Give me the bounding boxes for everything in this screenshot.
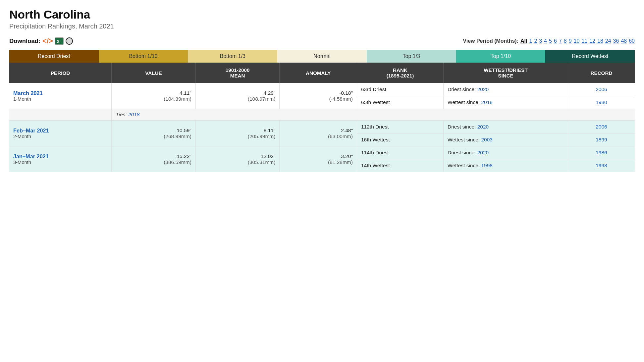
col-record: RECORD	[568, 63, 635, 83]
legend-bar: Record Driest Bottom 1/10 Bottom 1/3 Nor…	[9, 50, 635, 63]
anomaly-cell: 3.20"(81.28mm)	[280, 146, 357, 172]
table-row: March 2021 1-Month 4.11"(104.39mm) 4.29"…	[9, 83, 635, 96]
page-subtitle: Precipitation Rankings, March 2021	[9, 23, 635, 30]
col-value: VALUE	[112, 63, 196, 83]
view-period-label: View Period (Months):	[463, 38, 518, 44]
page-title: North Carolina	[9, 8, 635, 21]
record-driest-cell[interactable]: 2006	[568, 121, 635, 133]
period-link[interactable]: Feb–Mar 2021	[13, 128, 107, 134]
legend-record-driest: Record Driest	[9, 50, 99, 63]
record-wettest-cell[interactable]: 1998	[568, 159, 635, 172]
table-row: Feb–Mar 2021 2-Month 10.59"(268.99mm) 8.…	[9, 121, 635, 133]
ties-row: Ties: 2018	[9, 109, 635, 121]
since-wettest-year[interactable]: 2018	[481, 99, 493, 105]
legend-bottom-third: Bottom 1/3	[188, 50, 277, 63]
period-link[interactable]: Jan–Mar 2021	[13, 153, 107, 160]
view-period-4[interactable]: 4	[544, 38, 547, 44]
period-cell: Feb–Mar 2021 2-Month	[9, 121, 112, 146]
view-period-8[interactable]: 8	[564, 38, 567, 44]
camera-icon[interactable]	[66, 37, 73, 45]
rank-driest-cell: 114th Driest	[357, 146, 443, 159]
since-driest-cell: Driest since: 2020	[444, 83, 568, 96]
view-period-48[interactable]: 48	[621, 38, 627, 44]
svg-text:X: X	[57, 39, 60, 44]
view-period-all[interactable]: All	[520, 38, 527, 44]
since-driest-cell: Driest since: 2020	[444, 146, 568, 159]
rank-driest-cell: 63rd Driest	[357, 83, 443, 96]
since-driest-year[interactable]: 2020	[477, 150, 489, 155]
rank-driest-cell: 112th Driest	[357, 121, 443, 133]
rankings-table: PERIOD VALUE 1901-2000MEAN ANOMALY RANK(…	[9, 63, 635, 172]
period-cell: March 2021 1-Month	[9, 83, 112, 109]
legend-bottom-tenth: Bottom 1/10	[99, 50, 188, 63]
value-cell: 10.59"(268.99mm)	[112, 121, 196, 146]
record-driest-cell[interactable]: 2006	[568, 83, 635, 96]
view-period-24[interactable]: 24	[605, 38, 611, 44]
legend-top-third: Top 1/3	[367, 50, 456, 63]
since-wettest-year[interactable]: 1998	[481, 163, 493, 168]
view-period-9[interactable]: 9	[569, 38, 572, 44]
col-mean: 1901-2000MEAN	[195, 63, 280, 83]
download-section: Download: </> X	[9, 37, 73, 45]
view-period-7[interactable]: 7	[559, 38, 562, 44]
view-period-10[interactable]: 10	[574, 38, 580, 44]
mean-cell: 12.02"(305.31mm)	[195, 146, 280, 172]
anomaly-cell: 2.48"(63.00mm)	[280, 121, 357, 146]
view-period-11[interactable]: 11	[581, 38, 587, 44]
col-period: PERIOD	[9, 63, 112, 83]
record-wettest-cell[interactable]: 1980	[568, 96, 635, 109]
view-period-60[interactable]: 60	[629, 38, 635, 44]
legend-record-wettest: Record Wettest	[545, 50, 635, 63]
view-period-6[interactable]: 6	[554, 38, 557, 44]
view-period-18[interactable]: 18	[597, 38, 603, 44]
period-sub: 1-Month	[13, 96, 107, 102]
view-period-12[interactable]: 12	[589, 38, 595, 44]
excel-icon[interactable]: X	[55, 37, 64, 45]
since-driest-cell: Driest since: 2020	[444, 121, 568, 133]
since-driest-year[interactable]: 2020	[477, 86, 489, 92]
code-icon[interactable]: </>	[42, 37, 53, 45]
legend-normal: Normal	[277, 50, 367, 63]
table-row: Jan–Mar 2021 3-Month 15.22"(386.59mm) 12…	[9, 146, 635, 159]
value-cell: 4.11"(104.39mm)	[112, 83, 196, 109]
since-wettest-cell: Wettest since: 2018	[444, 96, 568, 109]
mean-cell: 4.29"(108.97mm)	[195, 83, 280, 109]
table-header-row: PERIOD VALUE 1901-2000MEAN ANOMALY RANK(…	[9, 63, 635, 83]
period-cell: Jan–Mar 2021 3-Month	[9, 146, 112, 172]
ties-year[interactable]: 2018	[128, 112, 140, 117]
value-cell: 15.22"(386.59mm)	[112, 146, 196, 172]
rank-wettest-cell: 65th Wettest	[357, 96, 443, 109]
view-period-5[interactable]: 5	[549, 38, 552, 44]
view-period-1[interactable]: 1	[529, 38, 532, 44]
rank-wettest-cell: 14th Wettest	[357, 159, 443, 172]
period-link[interactable]: March 2021	[13, 90, 107, 96]
view-period-36[interactable]: 36	[613, 38, 619, 44]
col-rank: RANK(1895-2021)	[357, 63, 443, 83]
anomaly-cell: -0.18"(-4.58mm)	[280, 83, 357, 109]
toolbar: Download: </> X View Period (Months): Al…	[9, 37, 635, 45]
record-driest-cell[interactable]: 1986	[568, 146, 635, 159]
col-wettest-driest: WETTEST/DRIESTSINCE	[444, 63, 568, 83]
mean-cell: 8.11"(205.99mm)	[195, 121, 280, 146]
ties-cell: Ties: 2018	[112, 109, 635, 121]
period-sub: 2-Month	[13, 134, 107, 139]
ties-period	[9, 109, 112, 121]
since-wettest-cell: Wettest since: 1998	[444, 159, 568, 172]
download-label: Download:	[9, 37, 40, 45]
view-period-2[interactable]: 2	[534, 38, 537, 44]
view-period-3[interactable]: 3	[539, 38, 542, 44]
rank-wettest-cell: 16th Wettest	[357, 133, 443, 146]
record-wettest-cell[interactable]: 1899	[568, 133, 635, 146]
view-period-section: View Period (Months): All 1 2 3 4 5 6 7 …	[463, 38, 635, 44]
period-sub: 3-Month	[13, 160, 107, 165]
col-anomaly: ANOMALY	[280, 63, 357, 83]
since-driest-year[interactable]: 2020	[477, 124, 489, 129]
legend-top-tenth: Top 1/10	[456, 50, 546, 63]
since-wettest-year[interactable]: 2003	[481, 137, 493, 142]
since-wettest-cell: Wettest since: 2003	[444, 133, 568, 146]
